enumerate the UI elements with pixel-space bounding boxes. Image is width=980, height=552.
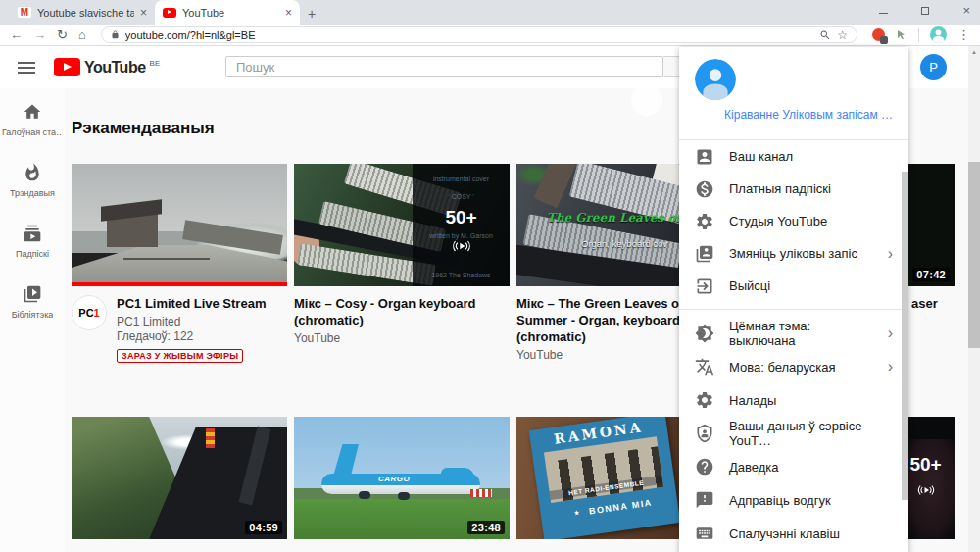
duration-badge: 07:42: [912, 268, 950, 281]
thumbnail-jet-cockpit[interactable]: 04:59: [72, 417, 287, 539]
menu-item-label: Налады: [729, 393, 776, 408]
chevron-right-icon: ›: [888, 246, 893, 262]
translate-icon: [695, 357, 714, 376]
sidebar-label: Трэндавыя: [10, 188, 55, 198]
menu-item-keyboard-shortcuts[interactable]: Спалучэнні клавіш: [679, 517, 908, 550]
monetization-icon: [695, 179, 714, 199]
menu-item-your-channel[interactable]: Ваш канал: [679, 140, 908, 173]
video-card-mix-cosy[interactable]: instrumental cover ' COSY ' 50+ written …: [294, 164, 510, 363]
subscriptions-icon: [23, 224, 42, 243]
tab-youtube[interactable]: YouTube ×: [155, 0, 300, 25]
tab-strip: M Youtube slavische taal ? - paulja × Yo…: [0, 0, 980, 25]
window-controls: ×: [879, 6, 970, 16]
browser-menu-icon[interactable]: ⋮: [957, 27, 970, 42]
youtube-play-icon: [54, 58, 80, 76]
browser-window: M Youtube slavische taal ? - paulja × Yo…: [0, 0, 980, 552]
avatar-text: 1: [94, 307, 100, 319]
video-card-cargo-747[interactable]: CARGO 23:48: [294, 417, 510, 539]
sidebar-item-trending[interactable]: Трэндавыя: [0, 163, 65, 224]
sidebar-label: Бібліятэка: [12, 310, 54, 320]
video-title-fragment[interactable]: aser: [911, 296, 938, 311]
menu-item-label: Ваш канал: [729, 149, 793, 164]
menu-item-help[interactable]: Даведка: [679, 450, 908, 483]
menu-item-label: Платныя падпіскі: [729, 181, 831, 196]
menu-item-youtube-studio[interactable]: Студыя YouTube: [679, 205, 908, 237]
zoom-icon[interactable]: [819, 29, 831, 41]
tab-title: Youtube slavische taal ? - paulja: [37, 7, 134, 19]
chevron-right-icon: ›: [888, 359, 893, 375]
sign-out-icon: [695, 276, 714, 296]
menu-item-label: Змяніць уліковы запіс: [729, 246, 858, 261]
menu-item-send-feedback[interactable]: Адправіць водгук: [679, 483, 908, 517]
menu-item-label: Даведка: [729, 460, 779, 475]
close-icon[interactable]: ×: [140, 7, 147, 19]
mix-playlist-icon: [413, 236, 510, 256]
sidebar-label: Падпіскі: [16, 249, 49, 259]
video-title[interactable]: Мікс – Cosy - Organ keyboard (chromatic): [294, 295, 510, 328]
home-icon[interactable]: ⌂: [78, 28, 86, 42]
address-bar[interactable]: youtube.com/?hl=nl&gl=BE ☆: [101, 26, 858, 43]
trending-icon: [23, 163, 42, 182]
channel-name[interactable]: PC1 Limited: [117, 315, 266, 329]
dark-theme-icon: [695, 324, 714, 343]
manage-account-link[interactable]: Кіраванне Уліковым запісам …: [695, 108, 893, 122]
forward-icon[interactable]: →: [33, 28, 46, 42]
video-card-live-stream[interactable]: PC1 PC1 Limited Live Stream PC1 Limited …: [72, 164, 287, 363]
scrollbar-thumb[interactable]: [968, 162, 980, 348]
reload-icon[interactable]: ↻: [57, 28, 68, 42]
browser-profile-avatar[interactable]: [930, 26, 947, 43]
url-text[interactable]: youtube.com/?hl=nl&gl=BE: [125, 29, 813, 41]
video-title[interactable]: PC1 Limited Live Stream: [117, 295, 266, 312]
bookmark-star-icon[interactable]: ☆: [837, 28, 848, 42]
sidebar-item-library[interactable]: Бібліятэка: [0, 284, 65, 345]
live-progress-bar: [72, 282, 287, 286]
menu-item-settings[interactable]: Налады: [679, 383, 908, 417]
person-icon: [695, 59, 736, 100]
tooltip-remnant: [631, 84, 662, 116]
thumbnail-organ-green[interactable]: instrumental cover ' COSY ' 50+ written …: [294, 164, 510, 286]
thumb-text: instrumental cover: [413, 176, 510, 182]
menu-item-paid-memberships[interactable]: Платныя падпіскі: [679, 173, 908, 205]
account-box-icon: [695, 147, 714, 167]
thumbnail-pier-livestream[interactable]: [72, 164, 287, 286]
menu-item-your-data[interactable]: Вашы даныя ў сэрвісе YouT…: [679, 417, 908, 450]
extension-cursor-icon[interactable]: [896, 29, 907, 41]
scene-layer: [398, 492, 410, 500]
hamburger-menu-icon[interactable]: [18, 62, 35, 74]
viewer-count: Гледачоў: 122: [117, 329, 266, 344]
menu-item-switch-account[interactable]: Змяніць уліковы запіс ›: [679, 237, 908, 270]
home-icon: [23, 102, 42, 122]
youtube-logo[interactable]: YouTube BE: [54, 58, 160, 76]
account-avatar[interactable]: P: [920, 54, 947, 80]
thumbnail-cargo-plane[interactable]: CARGO 23:48: [294, 417, 510, 539]
channel-name[interactable]: YouTube: [294, 331, 510, 346]
minimize-button[interactable]: [879, 13, 888, 14]
maximize-button[interactable]: [921, 7, 929, 15]
browser-scrollbar[interactable]: ▲: [968, 46, 980, 552]
menu-item-label: Выйсці: [729, 278, 770, 293]
menu-item-sign-out[interactable]: Выйсці: [679, 270, 908, 302]
new-tab-button[interactable]: +: [308, 7, 316, 21]
menu-item-dark-theme[interactable]: Цёмная тэма: выключана ›: [679, 317, 908, 350]
page-title: Рэкамендаваныя: [72, 119, 215, 138]
record-sleeve: RAMONA HET RADI-ENSEMBLE ★BONNA MIA: [529, 417, 681, 539]
scroll-up-icon[interactable]: ▲: [968, 46, 980, 55]
back-icon[interactable]: ←: [10, 28, 23, 42]
extension-adblock-icon[interactable]: [872, 28, 885, 41]
sidebar-item-subscriptions[interactable]: Падпіскі: [0, 224, 65, 284]
gear-icon: [695, 390, 714, 410]
feedback-icon: [695, 490, 714, 510]
video-card-jet[interactable]: 04:59: [72, 417, 287, 539]
sidebar-item-home[interactable]: Галоўная ста…: [0, 102, 65, 163]
menu-item-language[interactable]: Мова: беларуская ›: [679, 350, 908, 383]
scene-layer: [441, 468, 474, 477]
window-close-button[interactable]: ×: [962, 6, 970, 16]
mini-guide: Галоўная ста… Трэндавыя Падпіскі Бібліят…: [0, 88, 65, 552]
gmail-icon: M: [18, 7, 31, 18]
menu-scrollbar-thumb[interactable]: [902, 172, 908, 500]
search-input[interactable]: [225, 56, 663, 77]
close-icon[interactable]: ×: [285, 7, 292, 19]
tab-gmail[interactable]: M Youtube slavische taal ? - paulja ×: [10, 0, 155, 25]
menu-item-label: Студыя YouTube: [729, 214, 827, 228]
channel-avatar[interactable]: PC1: [72, 295, 107, 330]
